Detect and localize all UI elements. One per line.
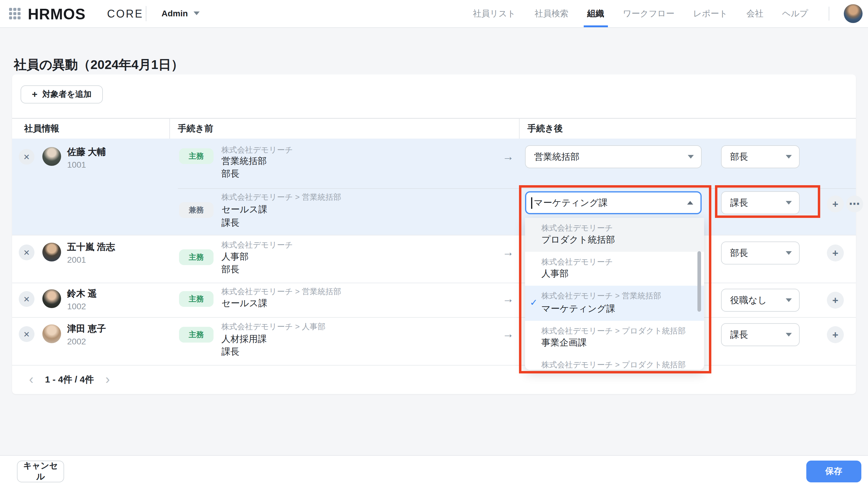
after-role-select[interactable]: 部長 [721, 241, 800, 264]
nav-employee-list[interactable]: 社員リスト [473, 0, 516, 27]
after-department-select[interactable]: 営業統括部 [525, 145, 702, 168]
department-combobox[interactable]: マーケティング課 [525, 191, 702, 214]
chevron-down-icon [193, 11, 199, 15]
after-role-select[interactable]: 部長 [721, 145, 800, 168]
user-avatar[interactable] [844, 4, 863, 23]
before-company: 株式会社デモリーチ > 営業統括部 [221, 192, 341, 203]
main-nav: 社員リスト 社員検索 組織 ワークフロー レポート 会社 ヘルプ [473, 0, 808, 27]
arrow-icon: → [501, 292, 515, 306]
transfer-table-card: + 対象者を追加 社員情報 手続き前 手続き後 ✕ 佐藤 大輔 1001 主務 … [12, 75, 856, 394]
chevron-down-icon [786, 201, 792, 205]
after-role-select-secondary[interactable]: 課長 [721, 191, 800, 214]
hrmos-logo: HRMOS [28, 5, 86, 23]
add-assignment-button[interactable]: + [827, 196, 844, 212]
add-assignment-button[interactable]: + [827, 245, 844, 261]
listbox-option[interactable]: 株式会社デモリーチ 人事部 [525, 252, 704, 286]
arrow-icon: → [501, 246, 515, 259]
listbox-option-selected[interactable]: ✓ 株式会社デモリーチ > 営業統括部 マーケティング課 [525, 286, 704, 321]
after-role-select[interactable]: 役職なし [721, 289, 800, 312]
scrollbar-thumb[interactable] [698, 251, 701, 312]
chevron-down-icon [786, 155, 792, 159]
before-role: 課長 [221, 346, 240, 358]
arrow-icon: → [501, 327, 515, 341]
assignment-badge-primary: 主務 [179, 148, 214, 164]
employee-avatar [42, 243, 61, 261]
employee-name: 津田 恵子 [67, 323, 106, 335]
before-company: 株式会社デモリーチ [221, 240, 293, 251]
footer-bar: キャンセル 保存 [0, 455, 868, 486]
more-actions-button[interactable]: ⋯ [846, 196, 863, 212]
sub-row-divider [178, 188, 856, 189]
after-role-select[interactable]: 課長 [721, 323, 800, 346]
before-role: 部長 [221, 168, 240, 180]
assignment-badge-secondary: 兼務 [179, 202, 214, 218]
nav-workflow[interactable]: ワークフロー [623, 0, 675, 27]
before-company: 株式会社デモリーチ > 営業統括部 [221, 286, 341, 297]
pagination-label: 1 - 4件 / 4件 [45, 374, 94, 385]
column-header-employee: 社員情報 [24, 123, 59, 134]
before-department: 営業統括部 [221, 155, 267, 167]
employee-id: 1002 [67, 302, 86, 311]
text-cursor [531, 197, 532, 208]
department-listbox: 株式会社デモリーチ プロダクト統括部 株式会社デモリーチ 人事部 ✓ 株式会社デ… [525, 218, 704, 370]
column-header-before: 手続き前 [178, 123, 213, 134]
before-role: 課長 [221, 217, 240, 229]
app-screen: HRMOS CORE Admin 社員リスト 社員検索 組織 ワークフロー レポ… [0, 0, 868, 486]
remove-row-button[interactable]: ✕ [19, 291, 34, 307]
nav-help[interactable]: ヘルプ [782, 0, 808, 27]
employee-id: 2001 [67, 255, 86, 264]
listbox-option[interactable]: 株式会社デモリーチ > プロダクト統括部 [525, 355, 704, 370]
employee-name: 鈴木 遥 [67, 288, 97, 299]
remove-row-button[interactable]: ✕ [19, 245, 34, 260]
top-bar: HRMOS CORE Admin 社員リスト 社員検索 組織 ワークフロー レポ… [0, 0, 868, 28]
nav-organization[interactable]: 組織 [587, 0, 604, 27]
employee-avatar [42, 289, 61, 308]
employee-name: 五十嵐 浩志 [67, 241, 115, 253]
core-label: CORE [107, 8, 143, 21]
add-assignment-button[interactable]: + [827, 292, 844, 309]
before-department: セールス課 [221, 298, 267, 309]
workspace-label: Admin [161, 8, 188, 18]
employee-avatar [42, 147, 61, 166]
row-separator [12, 283, 856, 283]
remove-row-button[interactable]: ✕ [19, 149, 34, 165]
row-separator [12, 235, 856, 235]
chevron-down-icon [786, 333, 792, 337]
remove-row-button[interactable]: ✕ [19, 326, 34, 342]
plus-icon: + [32, 90, 37, 99]
prev-page-button[interactable]: ‹ [27, 373, 36, 386]
app-grid-icon[interactable] [9, 8, 21, 20]
employee-id: 2002 [67, 337, 86, 346]
page-title: 社員の異動（2024年4月1日） [14, 56, 184, 73]
nav-company[interactable]: 会社 [746, 0, 763, 27]
before-company: 株式会社デモリーチ > 人事部 [221, 321, 326, 332]
nav-employee-search[interactable]: 社員検索 [534, 0, 568, 27]
before-company: 株式会社デモリーチ [221, 145, 293, 155]
next-page-button[interactable]: › [103, 373, 112, 386]
before-department: 人事部 [221, 251, 249, 263]
arrow-icon: → [501, 150, 515, 164]
chevron-down-icon [786, 298, 792, 302]
listbox-option[interactable]: 株式会社デモリーチ プロダクト統括部 [525, 218, 704, 252]
save-button[interactable]: 保存 [806, 461, 861, 482]
before-department: セールス課 [221, 204, 267, 216]
check-icon: ✓ [530, 297, 537, 308]
logo-divider [146, 6, 146, 21]
nav-divider [829, 7, 829, 21]
employee-name: 佐藤 大輔 [67, 146, 106, 158]
cancel-button[interactable]: キャンセル [17, 461, 64, 482]
assignment-badge-primary: 主務 [179, 327, 214, 343]
employee-avatar [42, 324, 61, 343]
assignment-badge-primary: 主務 [179, 291, 214, 307]
chevron-up-icon [687, 201, 693, 205]
column-divider [519, 118, 520, 139]
listbox-option[interactable]: 株式会社デモリーチ > プロダクト統括部 事業企画課 [525, 321, 704, 355]
before-department: 人材採用課 [221, 334, 267, 345]
add-assignment-button[interactable]: + [827, 326, 844, 343]
workspace-selector[interactable]: Admin [161, 8, 199, 18]
nav-report[interactable]: レポート [693, 0, 728, 27]
table-header-border [12, 118, 856, 119]
before-role: 部長 [221, 264, 240, 276]
chevron-down-icon [688, 155, 694, 159]
add-target-button[interactable]: + 対象者を追加 [21, 85, 103, 104]
